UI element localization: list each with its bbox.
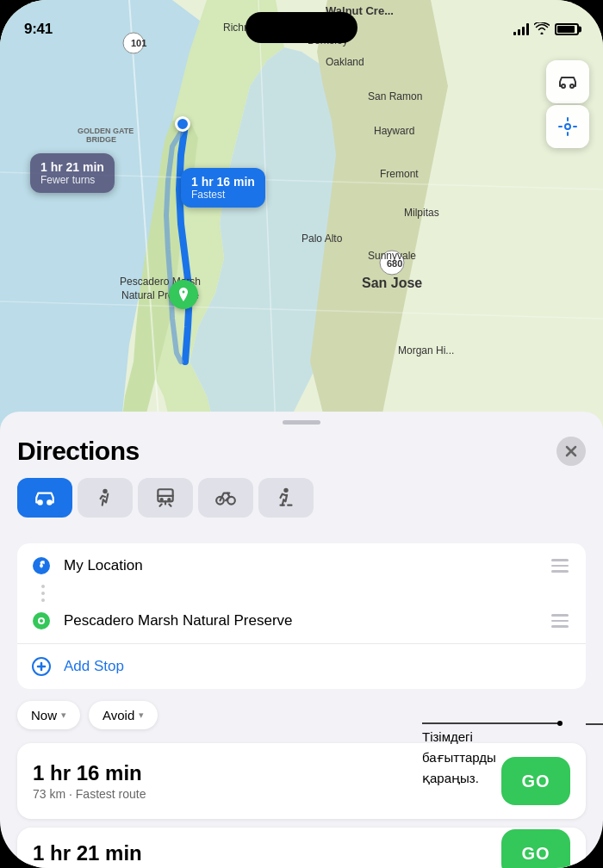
from-drag-handle[interactable] [551,555,572,576]
route-card-2[interactable]: 1 hr 21 min GO [17,828,586,868]
svg-point-20 [284,489,287,492]
time-option-label: Now [31,708,57,722]
avoid-option[interactable]: Avoid ▾ [89,701,158,729]
svg-point-9 [565,124,570,129]
to-location-row[interactable]: Pescadero Marsh Natural Preserve [17,598,586,643]
tab-walk[interactable] [78,478,133,518]
add-stop-text: Add Stop [64,658,572,675]
add-stop-icon [31,656,52,677]
from-location-text: My Location [64,557,539,574]
go-button-2[interactable]: GO [501,829,570,868]
to-location-icon [31,611,52,631]
sheet-header: Directions [0,425,603,543]
current-location-dot [175,116,190,132]
from-location-icon [31,555,52,576]
route-label-fewer-turns[interactable]: 1 hr 21 min Fewer turns [30,153,115,193]
avoid-option-label: Avoid [103,708,134,722]
annotation-container: Тізімдегібағыттардықараңыз. [422,706,594,789]
to-location-text: Pescadero Marsh Natural Preserve [64,612,539,629]
car-mode-button[interactable] [546,60,589,103]
to-drag-handle[interactable] [551,611,572,631]
svg-point-13 [47,500,51,504]
map-area[interactable]: GOLDEN GATE BRIDGE 101 680 Richmond Berk… [0,0,603,431]
tab-car[interactable] [17,478,72,518]
svg-text:BRIDGE: BRIDGE [86,135,116,144]
tab-transit[interactable] [138,478,193,518]
route-2-info: 1 hr 21 min [33,841,501,865]
location-button[interactable] [546,105,589,148]
battery-icon [555,23,579,35]
svg-text:680: 680 [387,258,402,269]
from-location-row[interactable]: My Location [17,543,586,588]
directions-sheet: Directions [0,412,603,868]
svg-text:GOLDEN GATE: GOLDEN GATE [78,127,134,135]
destination-pin [169,280,198,309]
tab-hike[interactable] [258,478,314,518]
route-label-fastest[interactable]: 1 hr 16 min Fastest [181,168,265,208]
close-button[interactable] [556,437,586,466]
svg-point-22 [40,564,43,567]
sheet-title-row: Directions [17,425,586,478]
svg-point-17 [168,499,170,500]
time-option[interactable]: Now ▾ [17,701,80,729]
status-icons [513,22,579,37]
route-1-detail: 73 km · Fastest route [33,787,501,801]
transport-tabs [17,478,586,518]
svg-point-25 [40,619,43,623]
route-2-time: 1 hr 21 min [33,841,501,865]
avoid-chevron-icon: ▾ [139,710,144,721]
sheet-title: Directions [17,437,140,466]
signal-bars-icon [513,23,529,35]
svg-point-29 [557,721,563,726]
tab-bike[interactable] [198,478,253,518]
svg-point-14 [103,490,106,493]
svg-point-12 [38,500,41,504]
wifi-icon [534,22,550,37]
svg-point-16 [161,499,163,500]
dynamic-island [246,12,357,43]
map-buttons [546,60,589,148]
status-time: 9:41 [24,21,53,38]
add-stop-row[interactable]: Add Stop [17,643,586,689]
time-chevron-icon: ▾ [61,710,66,721]
location-fields: My Location [17,543,586,689]
